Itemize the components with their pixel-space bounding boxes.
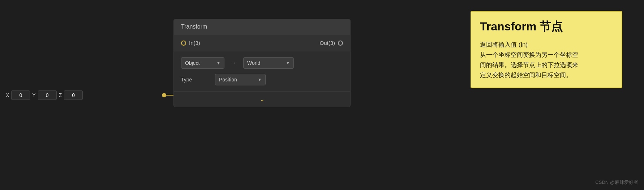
type-dropdown[interactable]: Position ▼	[215, 74, 266, 85]
out-label: Out(3)	[319, 40, 335, 46]
info-title: Transform 节点	[480, 19, 613, 35]
x-input[interactable]	[11, 90, 30, 100]
y-label: Y	[32, 92, 35, 98]
to-dropdown-chevron: ▼	[286, 61, 290, 65]
z-input[interactable]	[64, 90, 83, 100]
type-dropdown-chevron: ▼	[258, 77, 262, 82]
in-dot[interactable]	[181, 41, 186, 46]
type-label: Type	[181, 77, 210, 83]
info-body: 返回将输入值 (In)从一个坐标空间变换为另一个坐标空间的结果。选择节点上的下拉…	[480, 40, 613, 80]
type-row: Type Position ▼	[181, 74, 343, 85]
z-label: Z	[59, 92, 62, 98]
to-dropdown[interactable]: World ▼	[243, 57, 294, 69]
panel-io-row: In(3) Out(3)	[174, 34, 350, 51]
panel-header: Transform	[174, 19, 350, 34]
from-dropdown-chevron: ▼	[216, 61, 220, 65]
y-input[interactable]	[38, 90, 57, 100]
io-left: In(3)	[181, 40, 200, 46]
from-dropdown[interactable]: Object ▼	[181, 57, 224, 69]
transform-panel: Transform In(3) Out(3) Object ▼ → World …	[173, 19, 351, 107]
expand-icon: ⌄	[259, 95, 265, 103]
to-dropdown-value: World	[247, 60, 260, 66]
connector-dot-filled	[162, 93, 166, 97]
watermark: CSDN @麻辣爱好者	[595, 179, 638, 186]
out-dot[interactable]	[338, 41, 343, 46]
panel-footer[interactable]: ⌄	[174, 91, 350, 107]
transform-row: Object ▼ → World ▼	[181, 57, 343, 69]
panel-title: Transform	[181, 24, 207, 30]
x-label: X	[6, 92, 9, 98]
from-dropdown-value: Object	[185, 60, 199, 66]
io-right: Out(3)	[319, 40, 343, 46]
direction-arrow-icon: →	[229, 60, 238, 66]
type-dropdown-value: Position	[219, 77, 237, 83]
info-panel: Transform 节点 返回将输入值 (In)从一个坐标空间变换为另一个坐标空…	[471, 11, 622, 88]
coord-bar: X Y Z	[0, 90, 89, 100]
panel-content: Object ▼ → World ▼ Type Position ▼	[174, 51, 350, 91]
in-label: In(3)	[189, 40, 200, 46]
